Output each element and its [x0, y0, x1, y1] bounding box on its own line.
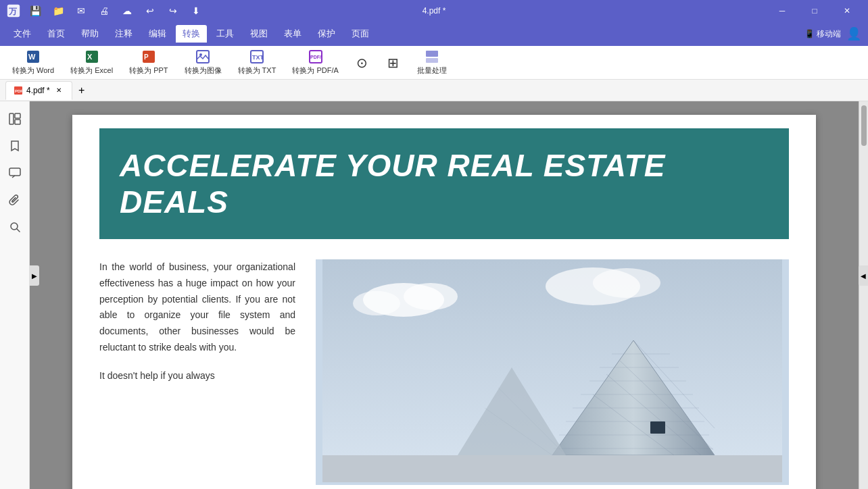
menu-forms[interactable]: 表单	[277, 25, 308, 43]
collapse-right-btn[interactable]: ◀	[859, 265, 868, 286]
convert-to-word-btn[interactable]: W 转换为 Word	[5, 48, 61, 78]
left-sidebar	[0, 101, 30, 489]
sidebar-bookmark-icon[interactable]	[3, 134, 27, 158]
quick-print-btn[interactable]: 🖨	[95, 3, 114, 18]
close-btn[interactable]: ✕	[831, 0, 863, 22]
menu-home[interactable]: 首页	[41, 25, 72, 43]
sidebar-panel-icon[interactable]	[3, 107, 27, 131]
sidebar-attach-icon[interactable]	[3, 188, 27, 212]
pdf-content-area[interactable]: ACCELERATE YOUR REAL ESTATE DEALS In the…	[30, 101, 859, 489]
svg-rect-15	[426, 58, 438, 63]
ocr-btn[interactable]: ⊙	[348, 48, 377, 78]
menu-bar: 文件 首页 帮助 注释 编辑 转换 工具 视图 表单 保护 页面 📱 移动端 👤	[0, 22, 868, 46]
title-bar-left: 万 💾 📁 ✉ 🖨 ☁ ↩ ↪ ⬇	[5, 3, 206, 19]
toolbar: W 转换为 Word X 转换为 Excel P	[0, 46, 868, 80]
down-btn[interactable]: ⬇	[187, 3, 206, 18]
scan-icon: ⊞	[386, 55, 401, 70]
convert-to-image-btn[interactable]: 转换为图像	[178, 48, 228, 78]
svg-rect-47	[322, 455, 782, 482]
pdf-banner: ACCELERATE YOUR REAL ESTATE DEALS	[99, 128, 789, 239]
menu-edit[interactable]: 编辑	[142, 25, 173, 43]
building-svg	[316, 259, 789, 482]
menu-protect[interactable]: 保护	[311, 25, 342, 43]
undo-btn[interactable]: ↩	[141, 3, 160, 18]
svg-rect-14	[426, 51, 438, 57]
convert-to-txt-btn[interactable]: TXT 转换为 TXT	[231, 48, 283, 78]
svg-line-23	[17, 229, 20, 232]
window-controls: ─ □ ✕	[767, 0, 863, 22]
tab-bar: PDF 4.pdf * ✕ +	[0, 80, 868, 101]
scan-btn[interactable]: ⊞	[379, 48, 408, 78]
pdf-body-text: In the world of business, your organizat…	[99, 259, 295, 356]
svg-rect-19	[15, 113, 20, 118]
excel-icon: X	[85, 49, 99, 64]
convert-to-excel-btn[interactable]: X 转换为 Excel	[64, 48, 120, 78]
menu-pages[interactable]: 页面	[345, 25, 376, 43]
batch-process-btn[interactable]: 批量处理	[410, 48, 454, 78]
quick-open-btn[interactable]: 📁	[49, 3, 68, 18]
menu-help[interactable]: 帮助	[74, 25, 105, 43]
pdf-content-row: In the world of business, your organizat…	[99, 259, 789, 485]
image-icon-group	[195, 49, 210, 64]
main-area: ▶ ACCELERATE YOUR REAL ESTATE DEALS In t…	[0, 101, 868, 489]
ppt-btn-label: 转换为 PPT	[129, 66, 168, 76]
redo-btn[interactable]: ↪	[164, 3, 183, 18]
svg-text:PDF/A: PDF/A	[310, 55, 322, 59]
scroll-thumb[interactable]	[861, 105, 867, 146]
svg-text:PDF: PDF	[15, 89, 22, 93]
tab-close-btn[interactable]: ✕	[54, 86, 64, 95]
menu-view[interactable]: 视图	[243, 25, 274, 43]
pdfa-icon: PDF/A	[308, 49, 323, 64]
svg-point-26	[404, 283, 458, 310]
svg-point-27	[353, 291, 400, 315]
mobile-label: 📱 移动端	[804, 28, 841, 40]
svg-rect-20	[15, 120, 20, 124]
pdf-image-column	[316, 259, 789, 485]
batch-icon	[425, 49, 439, 64]
word-icon: W	[26, 49, 41, 64]
tab-pdf[interactable]: PDF 4.pdf * ✕	[5, 81, 72, 100]
ocr-icon: ⊙	[355, 55, 370, 70]
svg-rect-43	[650, 421, 665, 434]
txt-icon: TXT	[249, 49, 264, 64]
quick-cloud-btn[interactable]: ☁	[118, 3, 137, 18]
pdf-tab-icon: PDF	[14, 86, 22, 95]
svg-rect-21	[9, 168, 20, 176]
quick-save-btn[interactable]: 💾	[26, 3, 45, 18]
image-icon	[195, 49, 210, 64]
maximize-btn[interactable]: □	[799, 0, 830, 22]
menu-annotate[interactable]: 注释	[108, 25, 139, 43]
title-bar: 万 💾 📁 ✉ 🖨 ☁ ↩ ↪ ⬇ 4.pdf * ─ □ ✕	[0, 0, 868, 22]
txt-btn-label: 转换为 TXT	[238, 66, 276, 76]
pdfa-btn-label: 转换为 PDF/A	[292, 66, 338, 76]
collapse-left-btn[interactable]: ▶	[30, 265, 39, 286]
excel-btn-label: 转换为 Excel	[70, 66, 113, 76]
word-icon-group: W	[26, 49, 41, 64]
app-logo: 万	[5, 3, 22, 19]
pdfa-icon-group: PDF/A	[308, 49, 323, 64]
convert-to-ppt-btn[interactable]: P 转换为 PPT	[122, 48, 174, 78]
svg-text:万: 万	[8, 7, 18, 16]
ppt-icon: P	[141, 49, 156, 64]
add-tab-btn[interactable]: +	[74, 82, 90, 99]
svg-text:P: P	[144, 53, 149, 61]
convert-to-pdfa-btn[interactable]: PDF/A 转换为 PDF/A	[285, 48, 345, 78]
sidebar-search-icon[interactable]	[3, 215, 27, 239]
menu-file[interactable]: 文件	[7, 25, 38, 43]
menu-convert[interactable]: 转换	[176, 25, 207, 43]
tab-label: 4.pdf *	[26, 86, 50, 95]
txt-icon-group: TXT	[249, 49, 264, 64]
right-scrollbar[interactable]	[859, 101, 868, 489]
image-btn-label: 转换为图像	[185, 66, 222, 76]
pdf-text-column: In the world of business, your organizat…	[99, 259, 295, 485]
minimize-btn[interactable]: ─	[767, 0, 798, 22]
menu-tools[interactable]: 工具	[210, 25, 241, 43]
svg-text:W: W	[28, 53, 36, 61]
quick-mail-btn[interactable]: ✉	[72, 3, 91, 18]
svg-text:TXT: TXT	[252, 54, 264, 61]
sidebar-comment-icon[interactable]	[3, 161, 27, 185]
user-icon[interactable]: 👤	[846, 26, 861, 41]
svg-rect-18	[9, 113, 14, 124]
pdf-body-text-2: It doesn't help if you always	[99, 368, 295, 384]
pdf-banner-title: ACCELERATE YOUR REAL ESTATE DEALS	[120, 147, 769, 220]
